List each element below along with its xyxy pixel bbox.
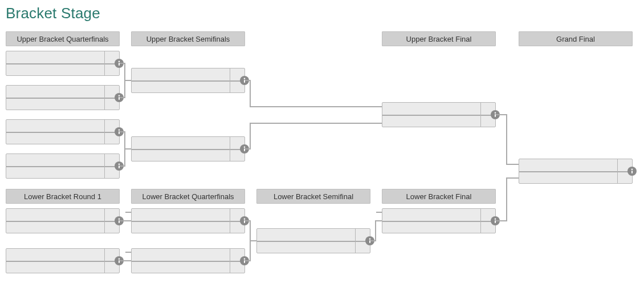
match-lower-sf[interactable]	[256, 228, 370, 253]
round-header-lower-qf: Lower Bracket Quarterfinals	[131, 189, 245, 204]
svg-point-6	[119, 164, 120, 165]
svg-point-16	[119, 219, 120, 220]
match-upper-sf-2[interactable]	[131, 136, 245, 161]
round-header-upper-f: Upper Bracket Final	[382, 31, 496, 46]
svg-rect-15	[631, 171, 633, 173]
match-upper-qf-1[interactable]	[6, 51, 120, 76]
round-header-grand-f: Grand Final	[519, 31, 633, 46]
match-upper-sf-1[interactable]	[131, 68, 245, 93]
match-upper-final[interactable]	[382, 102, 496, 127]
match-lower-qf-1[interactable]	[131, 208, 245, 233]
round-header-lower-r1: Lower Bracket Round 1	[6, 189, 120, 204]
svg-point-4	[119, 130, 120, 131]
page-title: Bracket Stage	[6, 5, 638, 22]
match-lower-final[interactable]	[382, 208, 496, 233]
svg-point-18	[119, 258, 120, 260]
svg-point-24	[369, 239, 371, 240]
match-upper-qf-3[interactable]	[6, 119, 120, 144]
svg-point-8	[244, 78, 246, 80]
match-lower-r1-2[interactable]	[6, 248, 120, 273]
match-lower-qf-2[interactable]	[131, 248, 245, 273]
bracket-stage: Upper Bracket Quarterfinals Upper Bracke…	[6, 31, 638, 305]
svg-point-2	[119, 95, 120, 97]
round-header-upper-sf: Upper Bracket Semifinals	[131, 31, 245, 46]
round-header-upper-qf: Upper Bracket Quarterfinals	[6, 31, 120, 46]
match-lower-r1-1[interactable]	[6, 208, 120, 233]
round-header-lower-sf: Lower Bracket Semifinal	[256, 189, 370, 204]
svg-point-10	[244, 147, 246, 148]
svg-point-14	[631, 169, 633, 171]
round-header-lower-f: Lower Bracket Final	[382, 189, 496, 204]
match-upper-qf-4[interactable]	[6, 154, 120, 179]
svg-point-12	[495, 112, 496, 114]
info-icon[interactable]	[627, 167, 637, 176]
match-grand-final[interactable]	[519, 159, 633, 184]
match-upper-qf-2[interactable]	[6, 85, 120, 110]
svg-point-0	[119, 61, 120, 63]
svg-point-20	[244, 219, 246, 220]
svg-point-22	[244, 258, 246, 260]
svg-point-26	[495, 219, 496, 220]
